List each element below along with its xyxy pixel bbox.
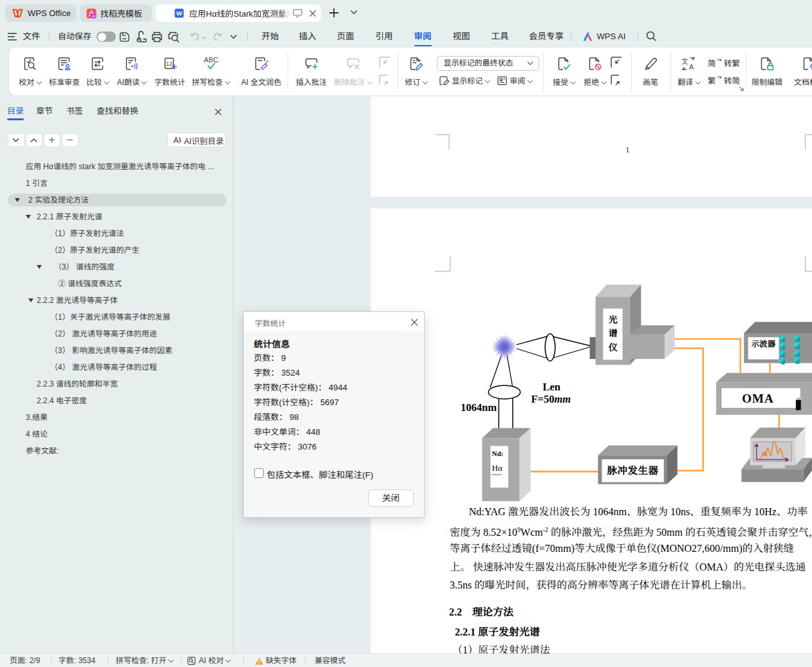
svg-text:谱: 谱 (609, 328, 618, 338)
svg-text:Len: Len (543, 381, 561, 393)
svg-text:Hα: Hα (492, 463, 503, 473)
svg-text:12: 12 (166, 60, 172, 67)
svg-text:文: 文 (681, 57, 688, 65)
svg-text:W: W (176, 10, 183, 17)
svg-text:Nd:: Nd: (492, 450, 504, 457)
svg-text:ABC: ABC (204, 56, 219, 64)
svg-text:光: 光 (609, 315, 618, 325)
svg-text:1064nm: 1064nm (461, 401, 497, 414)
svg-text:A: A (689, 63, 694, 71)
svg-text:AI: AI (92, 14, 96, 17)
svg-text:OMA: OMA (742, 392, 773, 405)
svg-text:示波器: 示波器 (752, 340, 776, 349)
svg-text:F=50mm: F=50mm (531, 393, 571, 405)
svg-text:脉冲发生器: 脉冲发生器 (607, 465, 658, 476)
svg-text:仪: 仪 (608, 342, 618, 352)
